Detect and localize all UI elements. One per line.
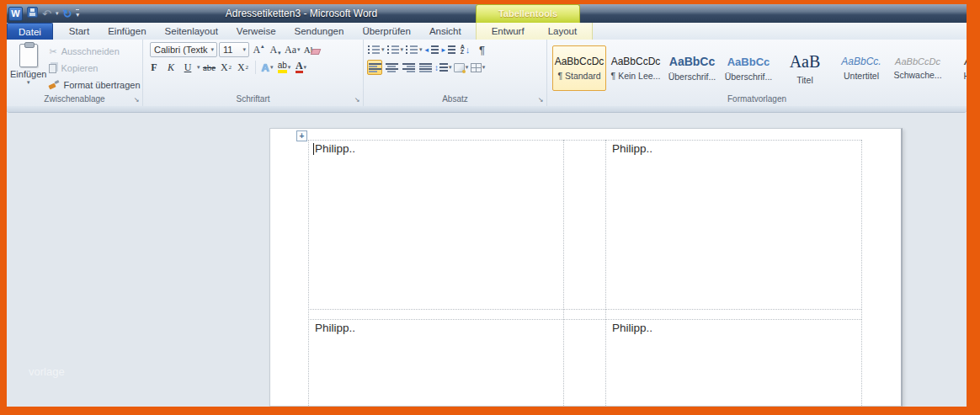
style-hervorhebung[interactable]: AaB Her... (947, 45, 967, 91)
paste-dropdown-icon[interactable]: ▾ (27, 79, 30, 86)
increase-indent-button[interactable] (441, 42, 456, 57)
justify-button[interactable] (418, 60, 433, 75)
tab-ansicht[interactable]: Ansicht (420, 23, 471, 40)
tab-seitenlayout[interactable]: Seitenlayout (156, 23, 227, 40)
strikethrough-button[interactable]: abe (202, 60, 217, 75)
numbered-list-button[interactable]: ▾ (386, 42, 404, 57)
style-titel[interactable]: AaB Titel (778, 45, 832, 91)
watermark-text: vorlage (29, 365, 65, 378)
text-effects-button[interactable]: A ▾ (260, 60, 275, 75)
table-col1-right-border (563, 140, 564, 407)
italic-button[interactable]: K (163, 60, 178, 75)
align-center-button[interactable] (384, 60, 399, 75)
cut-button[interactable]: ✂ Ausschneiden (46, 44, 142, 59)
label-cell-2[interactable]: Philipp.. (612, 142, 652, 155)
shading-button[interactable]: ▾ (454, 60, 469, 75)
up-caret-icon: ▴ (261, 43, 264, 50)
contextual-tab-group: Entwurf Layout (476, 23, 594, 40)
format-painter-button[interactable]: Format übertragen (46, 77, 142, 93)
align-right-button[interactable] (401, 60, 416, 75)
clipboard-icon (19, 44, 38, 67)
tab-ueberpruefen[interactable]: Überprüfen (353, 23, 420, 40)
ribbon-bottom-edge (7, 106, 967, 113)
text-effects-icon: A (262, 61, 269, 74)
clipboard-dialog-launcher[interactable]: ↘ (132, 96, 141, 104)
line-spacing-button[interactable]: ↕ ▾ (434, 60, 452, 75)
label-cell-3[interactable]: Philipp.. (315, 322, 355, 334)
bullet-list-icon (367, 45, 381, 55)
sort-button[interactable]: AZ ↓ (458, 42, 473, 57)
table-border-top (308, 140, 861, 141)
label-cell-1[interactable]: Philipp.. (315, 142, 355, 155)
font-family-select[interactable]: Calibri (Textk ▾ (150, 42, 217, 57)
group-label-formatvorlagen: Formatvorlagen (547, 94, 967, 106)
divider (255, 61, 256, 74)
align-right-icon (402, 62, 415, 72)
tab-datei[interactable]: Datei (7, 23, 53, 40)
label-cell-4[interactable]: Philipp.. (612, 322, 652, 334)
clear-formatting-button[interactable]: Ab (302, 42, 317, 57)
format-painter-icon (49, 81, 59, 89)
borders-button[interactable]: ▾ (471, 60, 486, 75)
font-dialog-launcher[interactable]: ↘ (353, 96, 361, 104)
font-color-icon: A (296, 61, 303, 73)
highlight-button[interactable]: ab ▾ (277, 60, 292, 75)
tabellentools-header: Tabellentools (476, 4, 580, 23)
paste-button[interactable]: Einfügen ▾ (10, 42, 46, 94)
align-left-button[interactable] (367, 60, 382, 75)
bold-button[interactable]: F (146, 60, 162, 75)
style-kein-leerraum[interactable]: AaBbCcDc ¶ Kein Lee... (609, 45, 663, 91)
title-bar: W ↶ ▾ ↻ ▾ Adressetiketten3 - Microsoft W… (7, 4, 967, 23)
style-standard[interactable]: AaBbCcDc ¶ Standard (552, 45, 606, 91)
highlight-icon: ab (278, 61, 287, 73)
chevron-down-icon: ▾ (242, 46, 246, 53)
tab-start[interactable]: Start (60, 23, 99, 40)
paragraph-dialog-launcher[interactable]: ↘ (536, 96, 545, 104)
tab-layout[interactable]: Layout (536, 23, 589, 40)
subscript-button[interactable]: X2 (219, 60, 234, 75)
tab-einfuegen[interactable]: Einfügen (99, 23, 155, 40)
tab-entwurf[interactable]: Entwurf (480, 23, 536, 40)
scissors-icon: ✂ (49, 46, 56, 57)
decrease-indent-button[interactable] (424, 42, 439, 57)
style-untertitel[interactable]: AaBbCc. Untertitel (834, 45, 888, 91)
tab-verweise[interactable]: Verweise (227, 23, 285, 40)
copy-button[interactable]: Kopieren (46, 61, 142, 76)
group-schriftart: Calibri (Textk ▾ 11 ▾ A▴ A▾ (143, 40, 364, 106)
down-caret-icon: ▾ (278, 50, 281, 56)
word-window: W ↶ ▾ ↻ ▾ Adressetiketten3 - Microsoft W… (7, 4, 967, 407)
shrink-font-button[interactable]: A▾ (268, 42, 283, 57)
text-cursor (313, 143, 314, 155)
multilevel-list-icon (405, 45, 418, 55)
justify-icon (419, 62, 432, 72)
grow-font-button[interactable]: A▴ (251, 42, 266, 57)
table-row1-bottom-border (308, 309, 861, 310)
document-page[interactable]: + Philipp.. Philipp.. Philipp.. Philipp.… (269, 128, 903, 407)
change-case-button[interactable]: Aa ▾ (285, 42, 301, 57)
multilevel-list-button[interactable]: ▾ (405, 42, 423, 57)
chevron-down-icon: ▾ (210, 46, 214, 53)
shading-icon (454, 63, 465, 72)
clear-formatting-icon: Ab (304, 45, 315, 55)
table-move-handle[interactable]: + (296, 130, 307, 141)
group-absatz: ▾ ▾ ▾ AZ ↓ ¶ (364, 40, 547, 106)
superscript-button[interactable]: X2 (236, 60, 251, 75)
style-ueberschrift-1[interactable]: AaBbCc Überschrif... (665, 45, 719, 91)
align-center-icon (386, 62, 398, 72)
tab-sendungen[interactable]: Sendungen (285, 23, 354, 40)
style-ueberschrift-2[interactable]: AaBbCc Überschrif... (722, 45, 775, 91)
table-border-left (308, 140, 309, 407)
group-zwischenablage: Einfügen ▾ ✂ Ausschneiden Kopieren (7, 40, 143, 106)
font-color-button[interactable]: A ▾ (294, 60, 309, 75)
underline-dropdown-icon[interactable]: ▾ (197, 64, 200, 71)
show-paragraph-marks-button[interactable]: ¶ (475, 42, 490, 57)
document-area: vorlage + Philipp.. Philipp.. Philipp.. … (7, 113, 967, 407)
line-spacing-icon: ↕ (434, 63, 439, 72)
bullet-list-button[interactable]: ▾ (367, 42, 385, 57)
increase-indent-icon (442, 45, 455, 55)
group-label-absatz: Absatz (364, 94, 546, 106)
borders-icon (471, 63, 482, 72)
style-schwache-hervorhebung[interactable]: AaBbCcDc Schwache... (891, 45, 945, 91)
font-size-select[interactable]: 11 ▾ (219, 42, 249, 57)
underline-button[interactable]: U (180, 60, 195, 75)
